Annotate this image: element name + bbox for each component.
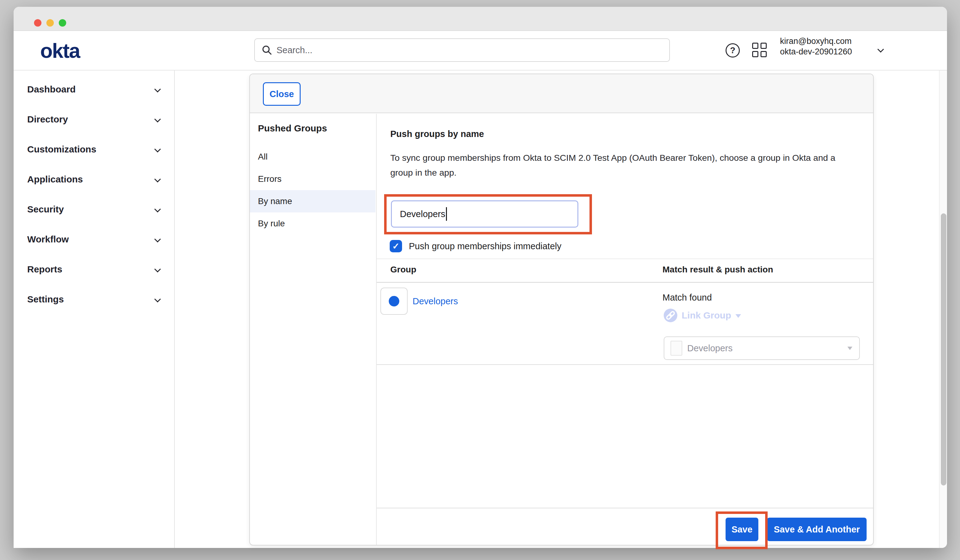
group-name-input[interactable]: Developers (391, 200, 578, 227)
app-group-select[interactable]: Developers (664, 336, 860, 360)
sidebar: Dashboard Directory Customizations Appli… (14, 70, 175, 548)
account-menu[interactable]: kiran@boxyhq.com okta-dev-20901260 (780, 36, 852, 57)
match-status: Match found (662, 293, 712, 303)
okta-logo: okta (40, 39, 80, 62)
page-title: Push groups by name (390, 129, 484, 139)
search-placeholder: Search... (277, 45, 312, 55)
column-header-group: Group (390, 265, 416, 275)
chevron-down-icon (154, 116, 161, 122)
subnav-item-by-name[interactable]: By name (250, 190, 376, 213)
scrollbar-track[interactable] (939, 70, 947, 548)
subnav-title: Pushed Groups (258, 123, 327, 134)
column-header-match: Match result & push action (662, 265, 773, 275)
account-email: kiran@boxyhq.com (780, 36, 852, 46)
text-cursor (446, 207, 447, 221)
panel-toolbar: Close (250, 74, 873, 113)
save-add-another-button[interactable]: Save & Add Another (767, 518, 867, 541)
push-by-name-content: Push groups by name To sync group member… (377, 114, 873, 545)
close-button[interactable]: Close (263, 82, 301, 106)
account-org: okta-dev-20901260 (780, 46, 852, 57)
select-arrow-icon (847, 347, 852, 350)
push-immediately-label: Push group memberships immediately (409, 241, 562, 251)
group-logo-card (381, 288, 408, 315)
sidebar-item-customizations[interactable]: Customizations (14, 134, 174, 164)
sidebar-item-workflow[interactable]: Workflow (14, 224, 174, 254)
app-window: okta Search... ? kiran@boxyhq.com okta-d… (14, 7, 947, 548)
chevron-down-icon (154, 236, 161, 242)
sidebar-item-security[interactable]: Security (14, 194, 174, 224)
chevron-down-icon (154, 176, 161, 182)
window-minimize-icon[interactable] (46, 19, 54, 27)
chevron-down-icon (154, 206, 161, 213)
chevron-down-icon (154, 86, 161, 93)
sidebar-item-settings[interactable]: Settings (14, 284, 174, 314)
subnav-item-errors[interactable]: Errors (250, 168, 376, 190)
page-description: To sync group memberships from Okta to S… (390, 150, 848, 180)
window-titlebar (14, 7, 947, 31)
link-icon (664, 309, 677, 322)
chevron-down-icon (154, 296, 161, 302)
footer-divider (377, 508, 873, 508)
table-top-divider (377, 259, 873, 259)
chevron-down-icon[interactable] (877, 46, 884, 53)
sidebar-item-applications[interactable]: Applications (14, 164, 174, 194)
pushed-groups-subnav: Pushed Groups All Errors By name By rule (250, 114, 377, 545)
window-fullscreen-icon[interactable] (59, 19, 66, 27)
help-icon[interactable]: ? (726, 43, 740, 58)
window-close-icon[interactable] (34, 19, 42, 27)
annotation-highlight-group-input: Developers (384, 194, 592, 234)
app-group-thumbnail (670, 341, 682, 355)
dropdown-arrow-icon (736, 314, 741, 318)
sidebar-item-directory[interactable]: Directory (14, 104, 174, 134)
app-header: okta Search... ? kiran@boxyhq.com okta-d… (14, 31, 947, 70)
subnav-item-by-rule[interactable]: By rule (250, 213, 376, 235)
link-group-dropdown[interactable]: Link Group (664, 309, 741, 322)
row-divider (377, 364, 873, 365)
sidebar-item-dashboard[interactable]: Dashboard (14, 74, 174, 104)
group-name-value: Developers (400, 209, 445, 219)
annotation-highlight-save-button (716, 512, 768, 549)
app-switcher-icon[interactable] (752, 43, 767, 58)
chevron-down-icon (154, 266, 161, 272)
chevron-down-icon (154, 146, 161, 152)
checkmark-icon: ✓ (392, 241, 399, 251)
scrollbar-thumb[interactable] (941, 213, 946, 485)
push-immediately-checkbox[interactable]: ✓ (390, 240, 402, 252)
link-group-label: Link Group (682, 310, 731, 321)
table-header-divider (377, 282, 873, 283)
search-icon (262, 45, 272, 55)
push-groups-panel: Close Pushed Groups All Errors By name B… (249, 74, 874, 546)
search-input[interactable]: Search... (254, 38, 670, 62)
sidebar-item-reports[interactable]: Reports (14, 254, 174, 284)
okta-group-icon (389, 296, 399, 306)
app-group-selected: Developers (687, 343, 847, 354)
subnav-item-all[interactable]: All (250, 146, 376, 168)
okta-group-link[interactable]: Developers (413, 296, 458, 306)
